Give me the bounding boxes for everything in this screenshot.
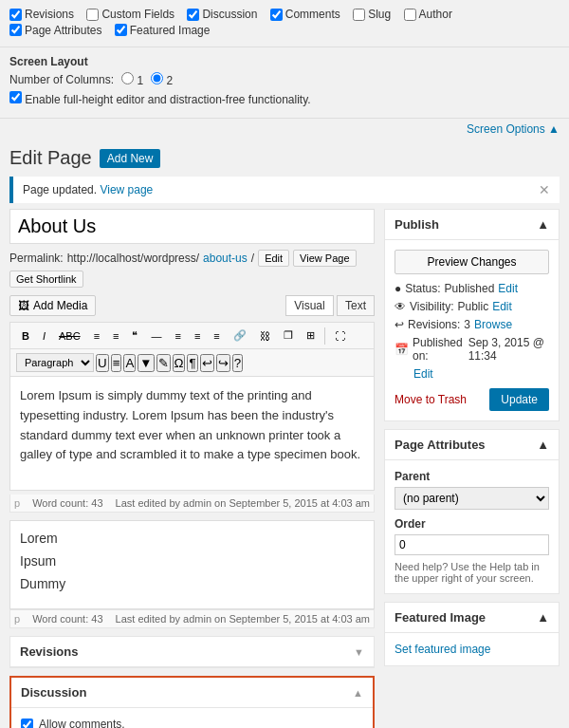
col1-radio[interactable]: 1 — [121, 72, 143, 87]
page-attributes-box: Page Attributes ▲ Parent (no parent) Ord… — [384, 429, 560, 594]
unlink-button[interactable]: ⛓ — [254, 327, 276, 345]
permalink-label: Permalink: — [9, 252, 64, 265]
custom-fields-checkbox[interactable]: Custom Fields — [86, 8, 174, 21]
table-button[interactable]: ⊞ — [301, 327, 321, 345]
author-checkbox[interactable]: Author — [404, 8, 452, 21]
align-right-button[interactable]: ≡ — [208, 327, 225, 345]
revisions-count: 3 — [464, 318, 470, 331]
view-page-button[interactable]: View Page — [293, 250, 356, 267]
p-tag-1: p — [14, 497, 20, 509]
discussion-header[interactable]: Discussion ▲ — [11, 678, 373, 708]
revisions-row: ↩ Revisions: 3 Browse — [395, 318, 549, 331]
revisions-section: Revisions ▼ — [9, 636, 375, 668]
toolbar-separator — [324, 327, 325, 345]
hr-button[interactable]: — — [145, 327, 167, 345]
comments-checkbox[interactable]: Comments — [270, 8, 340, 21]
allow-comments-item: Allow comments. — [21, 718, 363, 728]
link-button[interactable]: 🔗 — [228, 327, 252, 345]
strikethrough-button[interactable]: ABC — [53, 327, 86, 345]
page-attributes-body: Parent (no parent) Order Need help? Use … — [385, 460, 559, 593]
page-attributes-title: Page Attributes — [395, 438, 486, 452]
insert-button[interactable]: ❐ — [278, 327, 299, 345]
screen-options-label[interactable]: Screen Options ▲ — [467, 122, 560, 136]
allow-comments-checkbox[interactable] — [21, 719, 33, 729]
published-edit-link[interactable]: Edit — [413, 367, 433, 381]
permalink-bar: Permalink: http://localhost/wordpress/ab… — [9, 250, 375, 288]
editor-area[interactable]: Lorem Ipsum is simply dummy text of the … — [9, 377, 375, 491]
update-button[interactable]: Update — [489, 388, 549, 411]
move-trash-link[interactable]: Move to Trash — [395, 393, 467, 406]
indent-button[interactable]: ¶ — [187, 354, 197, 372]
slug-checkbox[interactable]: Slug — [353, 8, 391, 21]
redo-button[interactable]: ↪ — [216, 354, 230, 372]
revisions-collapse-icon: ▼ — [354, 646, 364, 658]
page-header: Edit Page Add New — [0, 140, 569, 177]
revisions-title: Revisions — [20, 644, 78, 659]
set-featured-image-link[interactable]: Set featured image — [395, 643, 490, 656]
discussion-checkbox[interactable]: Discussion — [187, 8, 257, 21]
custom-char-button[interactable]: ✎ — [156, 354, 171, 372]
page-attributes-header: Page Attributes ▲ — [385, 430, 559, 460]
publish-collapse-icon: ▲ — [537, 217, 549, 232]
ol-button[interactable]: ≡ — [107, 327, 124, 345]
bold-button[interactable]: B — [16, 327, 35, 345]
word-count-bar-1: p Word count: 43 Last edited by admin on… — [9, 495, 375, 513]
view-page-link[interactable]: View page — [100, 183, 153, 196]
featured-image-title: Featured Image — [395, 610, 486, 625]
text-tab[interactable]: Text — [337, 295, 375, 316]
page-title: Edit Page — [9, 147, 92, 169]
featured-image-box: Featured Image ▲ Set featured image — [384, 602, 560, 666]
page-attributes-collapse-icon: ▲ — [537, 438, 549, 452]
blockquote-button[interactable]: ❝ — [126, 327, 143, 345]
italic-button[interactable]: I — [37, 327, 51, 345]
preview-button[interactable]: Preview Changes — [395, 250, 549, 274]
visibility-label: Visibility: — [410, 300, 453, 313]
visual-tab[interactable]: Visual — [285, 295, 333, 316]
revisions-checkbox[interactable]: Revisions — [9, 8, 74, 21]
special-char-button[interactable]: Ω — [173, 354, 186, 372]
page-name-input[interactable] — [9, 209, 375, 244]
distraction-free-checkbox[interactable]: Enable full-height editor and distractio… — [9, 91, 311, 106]
add-new-button[interactable]: Add New — [100, 149, 161, 168]
col2-radio[interactable]: 2 — [151, 72, 173, 87]
help-button[interactable]: ? — [232, 354, 243, 372]
calendar-icon: 📅 — [395, 343, 409, 356]
featured-image-body: Set featured image — [385, 633, 559, 665]
permalink-slug[interactable]: about-us — [203, 252, 248, 265]
justify-button[interactable]: ≡ — [111, 354, 122, 372]
last-edited-1: Last edited by admin on September 5, 201… — [116, 497, 370, 509]
revisions-icon: ↩ — [395, 318, 404, 331]
screen-options-bar: Screen Options ▲ — [0, 119, 569, 140]
trash-update-row: Move to Trash Update — [395, 388, 549, 411]
discussion-title: Discussion — [21, 685, 86, 700]
get-shortlink-button[interactable]: Get Shortlink — [9, 271, 83, 288]
publish-box: Publish ▲ Preview Changes ● Status: Publ… — [384, 209, 560, 421]
paste-button[interactable]: ▼ — [138, 354, 154, 372]
visibility-edit-link[interactable]: Edit — [492, 300, 512, 313]
featured-image-checkbox[interactable]: Featured Image — [115, 24, 211, 37]
undo-button[interactable]: ↩ — [200, 354, 214, 372]
align-center-button[interactable]: ≡ — [189, 327, 206, 345]
help-text: Need help? Use the Help tab in the upper… — [395, 561, 549, 584]
text-color-button[interactable]: A — [123, 354, 136, 372]
align-left-button[interactable]: ≡ — [169, 327, 186, 345]
screen-layout-label: Screen Layout — [9, 55, 88, 68]
add-media-button[interactable]: 🖼 Add Media — [9, 295, 96, 316]
fullscreen-button[interactable]: ⛶ — [329, 327, 351, 345]
add-media-icon: 🖼 — [18, 299, 29, 312]
underline-button[interactable]: U — [96, 354, 109, 372]
edit-permalink-button[interactable]: Edit — [258, 250, 289, 267]
status-edit-link[interactable]: Edit — [498, 282, 518, 295]
order-input[interactable] — [395, 534, 549, 555]
discussion-section: Discussion ▲ Allow comments. Allow track… — [9, 676, 375, 728]
close-icon[interactable]: ✕ — [539, 182, 550, 197]
permalink-base: http://localhost/wordpress/ — [67, 252, 199, 265]
format-select[interactable]: Paragraph — [16, 353, 94, 372]
ul-button[interactable]: ≡ — [88, 327, 105, 345]
discussion-body: Allow comments. Allow trackbacks and pin… — [11, 708, 373, 728]
page-attributes-checkbox[interactable]: Page Attributes — [9, 24, 101, 37]
revisions-browse-link[interactable]: Browse — [474, 318, 512, 331]
revisions-header[interactable]: Revisions ▼ — [10, 637, 374, 667]
text-ipsum: Ipsum — [20, 553, 364, 569]
parent-select[interactable]: (no parent) — [395, 487, 549, 510]
